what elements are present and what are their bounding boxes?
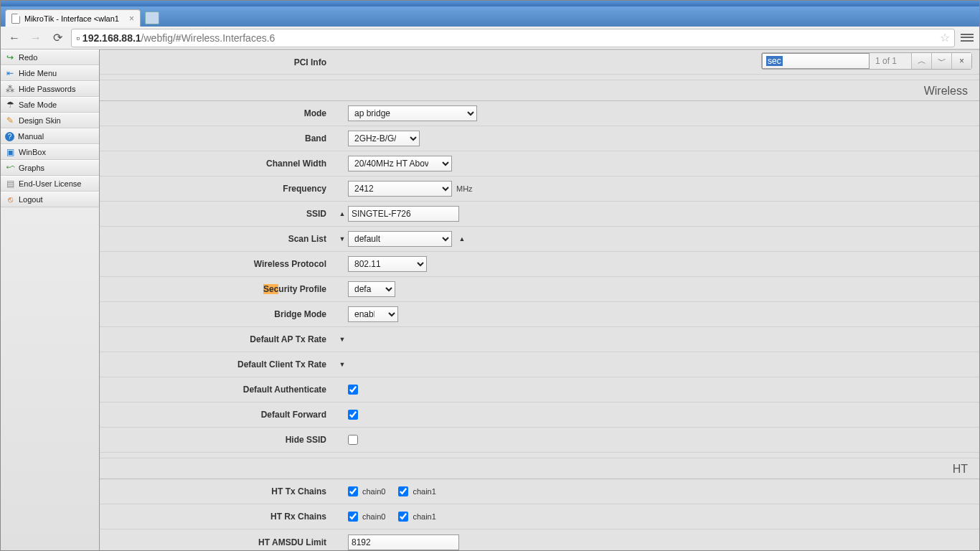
hide-menu-icon: ⇤ (5, 68, 15, 78)
url-path: /webfig/#Wireless.Interfaces.6 (141, 32, 275, 44)
browser-tab-bar: MikroTik - Interface <wlan1 × (1, 6, 979, 27)
sidebar-item-manual[interactable]: ? Manual (1, 128, 99, 144)
manual-icon: ? (5, 132, 14, 141)
url-domain: 192.168.88.1 (83, 32, 141, 44)
find-next-button[interactable]: ﹀ (931, 53, 951, 69)
design-skin-icon: ✎ (5, 116, 15, 126)
sidebar-item-design-skin[interactable]: ✎ Design Skin (1, 113, 99, 128)
sidebar-label: WinBox (19, 148, 46, 156)
reload-button[interactable]: ⟳ (50, 30, 65, 46)
input-ht-amsdu-limit[interactable] (348, 534, 459, 550)
browser-toolbar: ← → ⟳ ▫ 192.168.88.1 /webfig/#Wireless.I… (1, 27, 979, 50)
label-pci-info: PCI Info (100, 57, 336, 67)
label-wireless-protocol: Wireless Protocol (100, 259, 336, 269)
sidebar-item-license[interactable]: ▤ End-User License (1, 176, 99, 192)
checkbox-ht-rx-chain1[interactable] (398, 512, 408, 522)
select-scan-list[interactable]: default (348, 231, 452, 247)
label-security-profile: Security Profile (100, 284, 336, 294)
select-frequency[interactable]: 2412 (348, 181, 452, 197)
collapse-scan-list-icon[interactable]: ▲ (456, 233, 468, 245)
bookmark-star-icon[interactable]: ☆ (940, 31, 950, 44)
checkbox-hide-ssid[interactable] (348, 435, 358, 445)
sidebar-label: End-User License (19, 179, 81, 188)
sidebar-label: Redo (19, 53, 37, 62)
unit-mhz: MHz (456, 184, 473, 193)
checkbox-default-auth[interactable] (348, 385, 358, 395)
label-band: Band (100, 133, 336, 143)
address-bar[interactable]: ▫ 192.168.88.1 /webfig/#Wireless.Interfa… (71, 29, 955, 47)
select-mode[interactable]: ap bridge (348, 105, 477, 121)
label-default-ap-tx: Default AP Tx Rate (100, 334, 336, 344)
sidebar-item-safe-mode[interactable]: ☂ Safe Mode (1, 97, 99, 113)
sidebar-label: Hide Passwords (19, 85, 75, 93)
sidebar-label: Logout (19, 195, 43, 204)
find-query-highlight: sec (766, 56, 783, 66)
find-bar: sec 1 of 1 ︿ ﹀ × (761, 52, 972, 70)
label-ht-amsdu-limit: HT AMSDU Limit (100, 537, 336, 547)
select-channel-width[interactable]: 20/40MHz HT Above (348, 156, 452, 171)
expand-ap-tx-icon[interactable]: ▼ (336, 334, 348, 345)
find-prev-button[interactable]: ︿ (911, 53, 931, 69)
sidebar-item-redo[interactable]: ↪ Redo (1, 50, 99, 65)
select-wireless-protocol[interactable]: 802.11 (348, 256, 427, 272)
label-ht-rx-chains: HT Rx Chains (100, 512, 336, 522)
license-icon: ▤ (5, 179, 15, 189)
browser-tab[interactable]: MikroTik - Interface <wlan1 × (5, 9, 141, 27)
input-ssid[interactable] (348, 206, 459, 222)
label-ht-tx-chains: HT Tx Chains (100, 486, 336, 496)
label-hide-ssid: Hide SSID (100, 435, 336, 445)
sidebar-item-hide-passwords[interactable]: ⁂ Hide Passwords (1, 81, 99, 97)
sidebar: ↪ Redo ⇤ Hide Menu ⁂ Hide Passwords ☂ Sa… (1, 50, 100, 550)
sidebar-label: Safe Mode (19, 100, 57, 109)
collapse-ssid-icon[interactable]: ▲ (336, 208, 348, 220)
find-close-button[interactable]: × (951, 53, 971, 69)
label-mode: Mode (100, 108, 336, 118)
select-band[interactable]: 2GHz-B/G/N (348, 131, 420, 146)
label-default-forward: Default Forward (100, 410, 336, 420)
redo-icon: ↪ (5, 52, 15, 62)
safe-mode-icon: ☂ (5, 100, 15, 110)
label-default-client-tx: Default Client Tx Rate (100, 359, 336, 369)
chrome-menu-icon[interactable] (961, 32, 974, 44)
winbox-icon: ▣ (5, 147, 15, 157)
label-channel-width: Channel Width (100, 159, 336, 169)
logout-icon: ⎋ (5, 194, 15, 204)
find-count: 1 of 1 (870, 56, 911, 66)
forward-button[interactable]: → (28, 30, 44, 46)
sidebar-item-graphs[interactable]: ⬿ Graphs (1, 160, 99, 176)
close-tab-icon[interactable]: × (129, 14, 134, 24)
label-frequency: Frequency (100, 184, 336, 194)
section-title-ht: HT (100, 458, 979, 479)
graphs-icon: ⬿ (5, 163, 15, 173)
expand-client-tx-icon[interactable]: ▼ (336, 359, 348, 370)
hide-passwords-icon: ⁂ (5, 84, 15, 94)
expand-scan-list-icon[interactable]: ▼ (336, 233, 348, 245)
label-scan-list: Scan List (100, 234, 336, 244)
checkbox-ht-tx-chain0[interactable] (348, 486, 358, 496)
sidebar-item-winbox[interactable]: ▣ WinBox (1, 144, 99, 160)
select-security-profile[interactable]: default (348, 281, 395, 297)
sidebar-item-hide-menu[interactable]: ⇤ Hide Menu (1, 65, 99, 81)
checkbox-ht-rx-chain0[interactable] (348, 512, 358, 522)
sidebar-label: Graphs (19, 164, 44, 172)
sidebar-label: Manual (18, 132, 44, 141)
checkbox-default-forward[interactable] (348, 410, 358, 420)
page-icon (11, 14, 20, 24)
tab-title: MikroTik - Interface <wlan1 (24, 14, 119, 23)
select-bridge-mode[interactable]: enabled (348, 306, 398, 322)
sidebar-label: Hide Menu (19, 69, 57, 77)
section-title-wireless: Wireless (100, 80, 979, 101)
checkbox-ht-tx-chain1[interactable] (398, 486, 408, 496)
label-bridge-mode: Bridge Mode (100, 309, 336, 319)
sidebar-item-logout[interactable]: ⎋ Logout (1, 192, 99, 207)
back-button[interactable]: ← (6, 30, 22, 46)
new-tab-button[interactable] (145, 11, 159, 24)
label-default-auth: Default Authenticate (100, 385, 336, 395)
main-panel: sec 1 of 1 ︿ ﹀ × PCI Info Wireless Mode … (100, 50, 979, 550)
label-ssid: SSID (100, 209, 336, 219)
sidebar-label: Design Skin (19, 116, 61, 125)
